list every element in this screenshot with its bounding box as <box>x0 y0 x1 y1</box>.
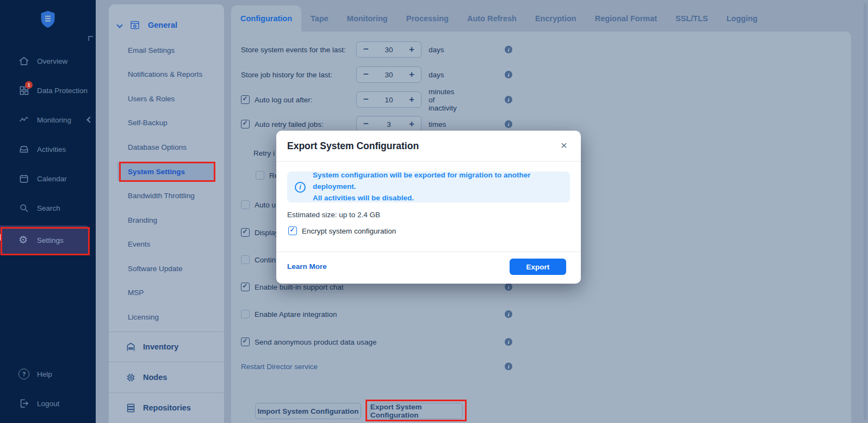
form-row-store-system-events: Store system events for the last: − 30 +… <box>241 41 346 58</box>
plus-button[interactable]: + <box>402 117 421 132</box>
menu-item-system-settings[interactable]: System Settings <box>117 162 214 181</box>
sidebar-item-logout[interactable]: Logout <box>0 389 96 418</box>
tab-encryption[interactable]: Encryption <box>526 5 586 32</box>
stepper-value[interactable]: 30 <box>375 71 402 79</box>
field-label: Contin <box>255 256 276 264</box>
tab-logging[interactable]: Logging <box>717 5 767 32</box>
modal-title: Export System Configuration <box>287 140 419 152</box>
sidebar-item-label: Help <box>37 370 52 378</box>
sidebar-item-calendar[interactable]: Calendar <box>0 164 96 193</box>
sidebar-item-monitoring[interactable]: Monitoring <box>0 105 96 134</box>
tab-processing[interactable]: Processing <box>397 5 458 32</box>
settings-group-nodes[interactable]: Nodes <box>109 363 224 392</box>
tab-ssl-tls[interactable]: SSL/TLS <box>666 5 717 32</box>
sidebar-item-activities[interactable]: Activities <box>0 134 96 164</box>
info-icon[interactable]: i <box>505 338 512 346</box>
menu-item-software-update[interactable]: Software Update <box>109 260 224 277</box>
menu-item-events[interactable]: Events <box>109 236 224 252</box>
notification-badge: 1 <box>25 81 33 89</box>
menu-item-self-backup[interactable]: Self-Backup <box>109 114 224 131</box>
unit-label: days <box>429 71 444 79</box>
support-chat-checkbox[interactable] <box>241 283 250 291</box>
tab-auto-refresh[interactable]: Auto Refresh <box>458 5 526 32</box>
export-system-configuration-button[interactable]: Export System Configuration <box>370 403 463 419</box>
form-row-auto-logout: Auto log out after: − 10 + minutes of in… <box>241 91 313 108</box>
info-icon[interactable]: i <box>505 96 512 103</box>
encrypt-config-label: Encrypt system configuration <box>302 227 396 235</box>
settings-group-label: Nodes <box>143 373 167 382</box>
export-button[interactable]: Export <box>510 259 566 275</box>
sidebar-item-settings[interactable]: ⚙ Settings <box>0 225 89 255</box>
modal-header: Export System Configuration × <box>276 131 581 162</box>
sidebar-item-data-protection[interactable]: 1 Data Protection <box>0 76 96 105</box>
minus-button[interactable]: − <box>357 92 375 107</box>
settings-group-general[interactable]: General <box>109 16 224 34</box>
checkbox[interactable] <box>241 228 250 237</box>
stepper-value[interactable]: 30 <box>375 46 402 54</box>
close-icon[interactable]: × <box>557 138 571 152</box>
encrypt-config-checkbox[interactable] <box>288 226 297 235</box>
stepper-value[interactable]: 3 <box>375 120 402 128</box>
minus-button[interactable]: − <box>357 42 375 57</box>
info-icon[interactable]: i <box>505 71 512 78</box>
plus-button[interactable]: + <box>402 67 421 82</box>
info-icon[interactable]: i <box>505 46 512 53</box>
info-icon[interactable]: i <box>505 310 512 318</box>
menu-item-label: Bandwidth Throttling <box>128 192 195 200</box>
form-row-partial-checkbox: Re <box>256 167 278 183</box>
primary-sidebar: Overview 1 Data Protection Monitoring Ac… <box>0 0 96 423</box>
menu-item-email-settings[interactable]: Email Settings <box>109 42 224 58</box>
menu-item-msp[interactable]: MSP <box>109 284 224 301</box>
field-label: Store job history for the last: <box>241 71 332 79</box>
collapse-corner-icon[interactable] <box>88 36 93 41</box>
restart-director-link[interactable]: Restart Director service <box>241 363 318 371</box>
calendar-icon <box>18 173 29 184</box>
import-system-configuration-button[interactable]: Import System Configuration <box>255 403 361 419</box>
home-icon <box>18 56 29 66</box>
minus-button[interactable]: − <box>357 67 375 82</box>
info-icon[interactable]: i <box>505 283 512 291</box>
plus-button[interactable]: + <box>402 92 421 107</box>
menu-item-users-roles[interactable]: Users & Roles <box>109 90 224 107</box>
sidebar-item-overview[interactable]: Overview <box>0 46 96 76</box>
encrypt-config-row: Encrypt system configuration <box>288 226 396 235</box>
stepper-value[interactable]: 10 <box>375 96 402 104</box>
tab-regional-format[interactable]: Regional Format <box>586 5 666 32</box>
app-root: Overview 1 Data Protection Monitoring Ac… <box>0 0 868 423</box>
checkbox[interactable] <box>256 171 264 180</box>
plus-button[interactable]: + <box>402 42 421 57</box>
menu-item-label: MSP <box>128 289 144 297</box>
tab-monitoring[interactable]: Monitoring <box>338 5 397 32</box>
form-row-auto-update-partial: Auto u <box>241 197 276 213</box>
menu-item-branding[interactable]: Branding <box>109 212 224 228</box>
settings-group-repositories[interactable]: Repositories <box>109 393 224 422</box>
menu-item-label: Email Settings <box>128 46 175 54</box>
info-icon[interactable]: i <box>505 120 512 128</box>
learn-more-link[interactable]: Learn More <box>287 262 327 271</box>
vertical-scrollbar[interactable] <box>864 3 867 420</box>
settings-group-inventory[interactable]: Inventory <box>109 332 224 361</box>
chevron-left-icon[interactable] <box>86 117 92 122</box>
anonymous-data-checkbox[interactable] <box>241 338 250 346</box>
tab-configuration[interactable]: Configuration <box>231 5 301 32</box>
auto-logout-checkbox[interactable] <box>241 95 250 104</box>
menu-item-notifications-reports[interactable]: Notifications & Reports <box>109 66 224 82</box>
aptare-checkbox[interactable] <box>241 310 250 318</box>
info-icon[interactable]: i <box>505 363 512 370</box>
checkbox[interactable] <box>241 255 250 264</box>
inventory-icon <box>125 341 137 353</box>
auto-retry-checkbox[interactable] <box>241 120 250 128</box>
menu-item-bandwidth-throttling[interactable]: Bandwidth Throttling <box>109 187 224 204</box>
sidebar-item-search[interactable]: Search <box>0 193 96 223</box>
menu-item-licensing[interactable]: Licensing <box>109 309 224 325</box>
checkbox[interactable] <box>241 200 250 209</box>
sidebar-item-help[interactable]: ? Help <box>0 359 96 389</box>
menu-item-label: Users & Roles <box>128 95 175 103</box>
sidebar-item-label: Data Protection <box>37 87 88 95</box>
settings-group-label: Inventory <box>143 342 178 351</box>
form-row-auto-retry: Auto retry failed jobs: − 3 + times i <box>241 116 324 132</box>
minus-button[interactable]: − <box>357 117 375 132</box>
tab-tape[interactable]: Tape <box>301 5 338 32</box>
field-label: Auto u <box>255 201 276 209</box>
menu-item-database-options[interactable]: Database Options <box>109 139 224 155</box>
